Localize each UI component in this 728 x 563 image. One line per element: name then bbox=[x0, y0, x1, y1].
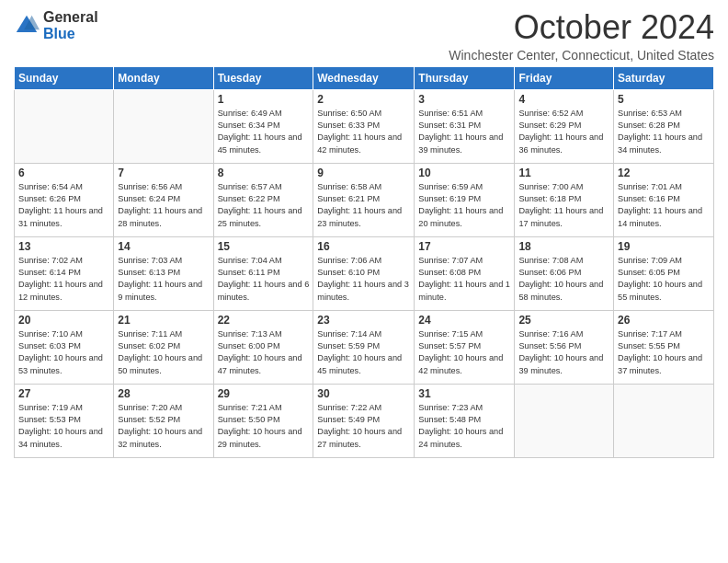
day-number: 5 bbox=[618, 93, 710, 106]
logo-icon bbox=[14, 13, 40, 39]
day-info: Sunrise: 6:58 AM Sunset: 6:21 PM Dayligh… bbox=[317, 181, 410, 230]
calendar-cell: 9Sunrise: 6:58 AM Sunset: 6:21 PM Daylig… bbox=[313, 163, 415, 236]
calendar-header-sunday: Sunday bbox=[15, 66, 114, 89]
day-info: Sunrise: 6:57 AM Sunset: 6:22 PM Dayligh… bbox=[218, 181, 310, 230]
calendar-week-3: 13Sunrise: 7:02 AM Sunset: 6:14 PM Dayli… bbox=[15, 236, 714, 310]
day-number: 17 bbox=[418, 240, 510, 253]
calendar-cell: 29Sunrise: 7:21 AM Sunset: 5:50 PM Dayli… bbox=[213, 384, 313, 457]
calendar-cell: 10Sunrise: 6:59 AM Sunset: 6:19 PM Dayli… bbox=[415, 163, 515, 236]
calendar-cell bbox=[515, 384, 614, 457]
day-info: Sunrise: 7:14 AM Sunset: 5:59 PM Dayligh… bbox=[317, 328, 410, 377]
day-info: Sunrise: 7:09 AM Sunset: 6:05 PM Dayligh… bbox=[618, 255, 710, 304]
calendar-header-wednesday: Wednesday bbox=[313, 66, 415, 89]
logo: General Blue bbox=[14, 9, 98, 42]
calendar-cell: 11Sunrise: 7:00 AM Sunset: 6:18 PM Dayli… bbox=[515, 163, 614, 236]
calendar-cell: 30Sunrise: 7:22 AM Sunset: 5:49 PM Dayli… bbox=[313, 384, 415, 457]
day-info: Sunrise: 7:07 AM Sunset: 6:08 PM Dayligh… bbox=[418, 255, 510, 304]
day-info: Sunrise: 7:19 AM Sunset: 5:53 PM Dayligh… bbox=[18, 402, 109, 451]
calendar-cell: 2Sunrise: 6:50 AM Sunset: 6:33 PM Daylig… bbox=[313, 89, 415, 163]
calendar-cell: 17Sunrise: 7:07 AM Sunset: 6:08 PM Dayli… bbox=[415, 236, 515, 310]
month-title: October 2024 bbox=[449, 9, 714, 46]
calendar-cell: 4Sunrise: 6:52 AM Sunset: 6:29 PM Daylig… bbox=[515, 89, 614, 163]
calendar-cell: 19Sunrise: 7:09 AM Sunset: 6:05 PM Dayli… bbox=[614, 236, 714, 310]
day-info: Sunrise: 7:17 AM Sunset: 5:55 PM Dayligh… bbox=[618, 328, 710, 377]
day-info: Sunrise: 7:03 AM Sunset: 6:13 PM Dayligh… bbox=[118, 255, 209, 304]
calendar-cell: 24Sunrise: 7:15 AM Sunset: 5:57 PM Dayli… bbox=[415, 310, 515, 384]
day-number: 6 bbox=[18, 167, 109, 179]
calendar-header-thursday: Thursday bbox=[415, 66, 515, 89]
calendar-cell: 26Sunrise: 7:17 AM Sunset: 5:55 PM Dayli… bbox=[614, 310, 714, 384]
day-info: Sunrise: 7:04 AM Sunset: 6:11 PM Dayligh… bbox=[218, 255, 310, 304]
logo-text: General Blue bbox=[43, 9, 98, 42]
day-info: Sunrise: 7:13 AM Sunset: 6:00 PM Dayligh… bbox=[218, 328, 310, 377]
calendar-cell: 23Sunrise: 7:14 AM Sunset: 5:59 PM Dayli… bbox=[313, 310, 415, 384]
calendar-cell: 15Sunrise: 7:04 AM Sunset: 6:11 PM Dayli… bbox=[213, 236, 313, 310]
day-info: Sunrise: 7:02 AM Sunset: 6:14 PM Dayligh… bbox=[18, 255, 109, 304]
calendar-cell: 20Sunrise: 7:10 AM Sunset: 6:03 PM Dayli… bbox=[15, 310, 114, 384]
day-number: 22 bbox=[218, 314, 310, 327]
day-number: 19 bbox=[618, 240, 710, 253]
day-number: 13 bbox=[18, 240, 109, 253]
day-info: Sunrise: 7:23 AM Sunset: 5:48 PM Dayligh… bbox=[418, 402, 510, 451]
calendar-cell: 21Sunrise: 7:11 AM Sunset: 6:02 PM Dayli… bbox=[114, 310, 213, 384]
calendar-table: SundayMondayTuesdayWednesdayThursdayFrid… bbox=[14, 66, 714, 458]
day-info: Sunrise: 6:59 AM Sunset: 6:19 PM Dayligh… bbox=[418, 181, 510, 230]
day-number: 31 bbox=[418, 387, 510, 400]
day-info: Sunrise: 7:10 AM Sunset: 6:03 PM Dayligh… bbox=[18, 328, 109, 377]
day-info: Sunrise: 6:54 AM Sunset: 6:26 PM Dayligh… bbox=[18, 181, 109, 230]
page-header: General Blue October 2024 Winchester Cen… bbox=[14, 9, 714, 63]
day-info: Sunrise: 6:52 AM Sunset: 6:29 PM Dayligh… bbox=[518, 108, 609, 156]
calendar-cell: 22Sunrise: 7:13 AM Sunset: 6:00 PM Dayli… bbox=[213, 310, 313, 384]
day-info: Sunrise: 7:11 AM Sunset: 6:02 PM Dayligh… bbox=[118, 328, 209, 377]
calendar-cell: 13Sunrise: 7:02 AM Sunset: 6:14 PM Dayli… bbox=[15, 236, 114, 310]
calendar-header-tuesday: Tuesday bbox=[213, 66, 313, 89]
day-number: 15 bbox=[218, 240, 310, 253]
day-info: Sunrise: 6:49 AM Sunset: 6:34 PM Dayligh… bbox=[218, 108, 310, 156]
calendar-week-2: 6Sunrise: 6:54 AM Sunset: 6:26 PM Daylig… bbox=[15, 163, 714, 236]
day-info: Sunrise: 6:53 AM Sunset: 6:28 PM Dayligh… bbox=[618, 108, 710, 156]
day-number: 11 bbox=[518, 167, 609, 179]
calendar-cell bbox=[15, 89, 114, 163]
calendar-cell bbox=[614, 384, 714, 457]
day-number: 16 bbox=[317, 240, 410, 253]
logo-blue-text: Blue bbox=[43, 26, 98, 42]
calendar-cell: 14Sunrise: 7:03 AM Sunset: 6:13 PM Dayli… bbox=[114, 236, 213, 310]
calendar-cell: 12Sunrise: 7:01 AM Sunset: 6:16 PM Dayli… bbox=[614, 163, 714, 236]
calendar-week-4: 20Sunrise: 7:10 AM Sunset: 6:03 PM Dayli… bbox=[15, 310, 714, 384]
day-number: 28 bbox=[118, 387, 209, 400]
day-number: 30 bbox=[317, 387, 410, 400]
calendar-cell: 7Sunrise: 6:56 AM Sunset: 6:24 PM Daylig… bbox=[114, 163, 213, 236]
day-info: Sunrise: 7:21 AM Sunset: 5:50 PM Dayligh… bbox=[218, 402, 310, 451]
day-info: Sunrise: 7:15 AM Sunset: 5:57 PM Dayligh… bbox=[418, 328, 510, 377]
day-number: 2 bbox=[317, 93, 410, 106]
day-number: 4 bbox=[518, 93, 609, 106]
calendar-cell: 3Sunrise: 6:51 AM Sunset: 6:31 PM Daylig… bbox=[415, 89, 515, 163]
day-number: 20 bbox=[18, 314, 109, 327]
title-section: October 2024 Winchester Center, Connecti… bbox=[449, 9, 714, 63]
logo-general-text: General bbox=[43, 9, 98, 26]
day-number: 9 bbox=[317, 167, 410, 179]
calendar-week-1: 1Sunrise: 6:49 AM Sunset: 6:34 PM Daylig… bbox=[15, 89, 714, 163]
calendar-header-row: SundayMondayTuesdayWednesdayThursdayFrid… bbox=[15, 66, 714, 89]
day-info: Sunrise: 7:22 AM Sunset: 5:49 PM Dayligh… bbox=[317, 402, 410, 451]
day-number: 1 bbox=[218, 93, 310, 106]
day-info: Sunrise: 6:51 AM Sunset: 6:31 PM Dayligh… bbox=[418, 108, 510, 156]
calendar-cell: 1Sunrise: 6:49 AM Sunset: 6:34 PM Daylig… bbox=[213, 89, 313, 163]
calendar-header-monday: Monday bbox=[114, 66, 213, 89]
calendar-cell: 6Sunrise: 6:54 AM Sunset: 6:26 PM Daylig… bbox=[15, 163, 114, 236]
day-number: 23 bbox=[317, 314, 410, 327]
day-info: Sunrise: 6:56 AM Sunset: 6:24 PM Dayligh… bbox=[118, 181, 209, 230]
calendar-week-5: 27Sunrise: 7:19 AM Sunset: 5:53 PM Dayli… bbox=[15, 384, 714, 457]
day-number: 21 bbox=[118, 314, 209, 327]
day-number: 10 bbox=[418, 167, 510, 179]
page-container: General Blue October 2024 Winchester Cen… bbox=[0, 0, 728, 465]
day-info: Sunrise: 7:20 AM Sunset: 5:52 PM Dayligh… bbox=[118, 402, 209, 451]
day-number: 25 bbox=[518, 314, 609, 327]
calendar-cell: 28Sunrise: 7:20 AM Sunset: 5:52 PM Dayli… bbox=[114, 384, 213, 457]
day-number: 27 bbox=[18, 387, 109, 400]
day-number: 3 bbox=[418, 93, 510, 106]
day-info: Sunrise: 7:08 AM Sunset: 6:06 PM Dayligh… bbox=[518, 255, 609, 304]
calendar-cell bbox=[114, 89, 213, 163]
calendar-header-saturday: Saturday bbox=[614, 66, 714, 89]
day-number: 18 bbox=[518, 240, 609, 253]
